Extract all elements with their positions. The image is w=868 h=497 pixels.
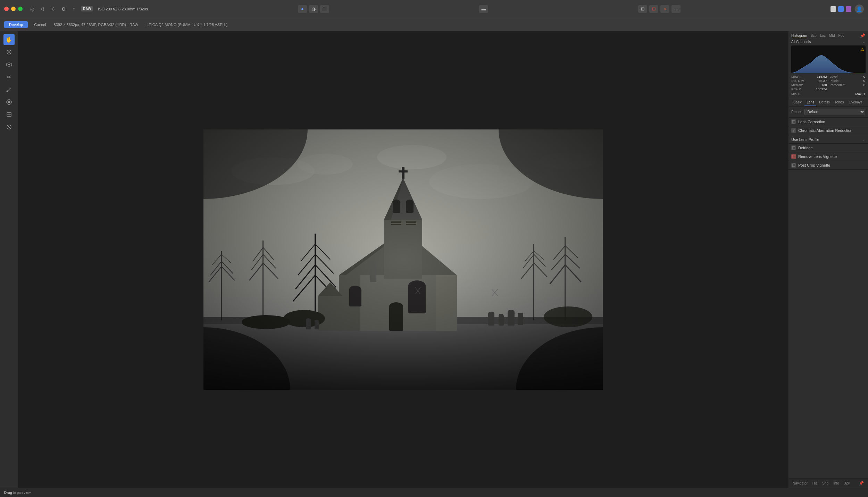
mask-tool[interactable] <box>3 121 15 133</box>
hist-minmax: Min: 0 Max: 1 <box>791 92 865 96</box>
main-area: ✋ ✏ <box>0 31 868 488</box>
canvas-area[interactable] <box>18 31 788 488</box>
image-container <box>203 129 603 390</box>
defringe-toggle[interactable] <box>791 145 796 150</box>
transform-tool[interactable] <box>3 109 15 120</box>
panel-scroll[interactable]: Lens Correction ✓ Chromatic Aberration R… <box>788 118 868 478</box>
camera-model: LEICA Q2 MONO (SUMMILUX 1:1.7/28 ASPH.) <box>147 23 227 27</box>
histogram-tabs: Histogram Scp Loc Mtd Foc 📌 <box>791 33 865 38</box>
nav-navigator[interactable]: Navigator <box>793 481 808 485</box>
bw-tool-icon[interactable]: ◑ <box>309 5 318 13</box>
defringe-section: Defringe <box>788 144 868 152</box>
svg-point-6 <box>8 101 10 103</box>
forward-icon[interactable]: ⟩⟩ <box>50 6 57 12</box>
tab-overlays[interactable]: Overlays <box>846 98 864 106</box>
tab-details[interactable]: Details <box>817 98 832 106</box>
color-swatches <box>831 6 851 12</box>
nav-his[interactable]: His <box>812 481 817 485</box>
nav-32p[interactable]: 32P <box>844 481 850 485</box>
preset-select[interactable]: Default <box>804 109 865 115</box>
panel-pin-icon[interactable]: 📌 <box>860 33 865 38</box>
panel-tabs: Basic Lens Details Tones Overlays <box>788 98 868 107</box>
defringe-row[interactable]: Defringe <box>788 144 868 152</box>
remove-lens-vignette-toggle[interactable] <box>791 154 796 159</box>
close-button[interactable] <box>4 7 9 11</box>
capture-icon[interactable]: ◎ <box>29 6 36 12</box>
svg-point-4 <box>6 91 8 92</box>
center-tools: ● ◑ ⬛ <box>298 5 329 13</box>
color-tool-icon[interactable]: ● <box>298 5 307 13</box>
stat-percentile: Percentile: 0 <box>830 83 866 87</box>
swatch-purple[interactable] <box>846 6 851 12</box>
brush-tool[interactable]: ✏ <box>3 71 15 83</box>
preset-row: Preset: Default <box>788 107 868 118</box>
file-info: 8392 × 5632px, 47.26MP, RGBA/32 (HDR) - … <box>54 23 139 27</box>
channels-dropdown-icon[interactable]: ⌄ <box>862 40 865 44</box>
share-icon[interactable]: ↑ <box>70 6 77 12</box>
swatch-gray[interactable] <box>831 6 836 12</box>
histogram-stats: Mean: 115.62 Level: 0 Std. Dev.: 66.37 P… <box>791 75 865 91</box>
histogram-canvas: ⚠ <box>791 45 866 73</box>
histogram-tool-icon[interactable]: ▬ <box>479 5 488 13</box>
post-crop-vignette-toggle[interactable] <box>791 163 796 168</box>
post-crop-vignette-section: Post Crop Vignette <box>788 161 868 170</box>
foc-tab[interactable]: Foc <box>838 33 844 38</box>
tab-tones[interactable]: Tones <box>833 98 846 106</box>
use-lens-label: Use Lens Profile <box>791 137 860 142</box>
minimize-button[interactable] <box>11 7 16 11</box>
channels-row: All Channels ⌄ <box>791 40 865 44</box>
compare-icon[interactable]: ⊟ <box>649 5 658 13</box>
profile-icon[interactable]: 👤 <box>855 5 864 14</box>
grid-icon[interactable]: ⊞ <box>638 5 647 13</box>
remove-lens-vignette-label: Remove Lens Vignette <box>798 154 837 159</box>
histogram-chart <box>791 45 866 73</box>
develop-button[interactable]: Develop <box>4 21 28 28</box>
tab-lens[interactable]: Lens <box>804 98 816 106</box>
hand-tool[interactable]: ✋ <box>3 34 15 45</box>
svg-point-3 <box>8 64 10 66</box>
tools-sidebar: ✋ ✏ <box>0 31 18 488</box>
scope-tab[interactable]: Scp <box>811 33 817 38</box>
chromatic-aberration-section: ✓ Chromatic Aberration Reduction <box>788 126 868 135</box>
clipping-warning-icon[interactable]: ⚠ <box>860 47 864 52</box>
cancel-button[interactable]: Cancel <box>31 21 49 28</box>
svg-line-11 <box>7 125 11 129</box>
lens-correction-row[interactable]: Lens Correction <box>788 118 868 126</box>
fullscreen-button[interactable] <box>18 7 23 11</box>
post-crop-vignette-row[interactable]: Post Crop Vignette <box>788 161 868 169</box>
photo-church <box>203 129 603 390</box>
back-icon[interactable]: ⟨⟨ <box>39 6 46 12</box>
paint-tool[interactable] <box>3 84 15 95</box>
filter-tool-icon[interactable]: ⬛ <box>320 5 329 13</box>
lens-correction-section: Lens Correction <box>788 118 868 126</box>
lens-correction-toggle[interactable] <box>791 119 796 124</box>
mtd-tab[interactable]: Mtd <box>829 33 835 38</box>
loc-tab[interactable]: Loc <box>820 33 826 38</box>
nav-info[interactable]: Info <box>833 481 839 485</box>
nav-snp[interactable]: Snp <box>822 481 828 485</box>
histogram-tab[interactable]: Histogram <box>791 33 807 38</box>
traffic-lights <box>4 7 23 11</box>
raw-badge: RAW <box>81 6 93 11</box>
color-picker-icon[interactable]: ⌖ <box>660 5 669 13</box>
stat-pixels: Pixels: 0 <box>830 79 866 83</box>
remove-lens-vignette-section: Remove Lens Vignette <box>788 152 868 161</box>
stamp-tool[interactable] <box>3 96 15 108</box>
tab-basic[interactable]: Basic <box>791 98 804 106</box>
use-lens-dropdown-icon[interactable]: ⌄ <box>862 137 865 142</box>
panel-bottom-pin-icon[interactable]: 📌 <box>859 481 864 486</box>
svg-rect-111 <box>792 155 795 158</box>
stat-level: Level: 0 <box>830 75 866 78</box>
svg-rect-110 <box>792 146 795 149</box>
eye-tool[interactable] <box>3 59 15 70</box>
crop-tool[interactable] <box>3 47 15 58</box>
stat-total-pixels: Pixels: 183924 <box>791 87 827 91</box>
stat-mean: Mean: 115.62 <box>791 75 827 78</box>
chromatic-aberration-row[interactable]: ✓ Chromatic Aberration Reduction <box>788 126 868 135</box>
swatch-blue[interactable] <box>838 6 844 12</box>
settings-icon[interactable]: ⚙ <box>60 6 67 12</box>
remove-lens-vignette-row[interactable]: Remove Lens Vignette <box>788 152 868 161</box>
chromatic-aberration-toggle[interactable]: ✓ <box>791 128 796 133</box>
bottom-nav: Navigator His Snp Info 32P 📌 <box>788 478 868 488</box>
more-icon[interactable]: ⋯ <box>671 5 681 13</box>
